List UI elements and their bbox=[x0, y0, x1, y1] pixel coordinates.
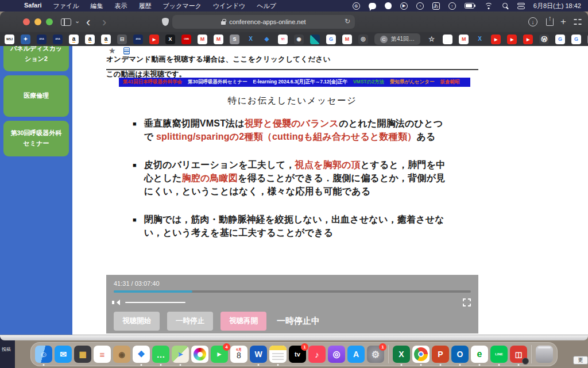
dock-calendar[interactable]: 6月8 bbox=[230, 346, 247, 363]
shield-icon[interactable]: ↑ bbox=[448, 2, 456, 10]
sidebar-item-1[interactable]: 医療倫理 bbox=[3, 75, 69, 117]
zoom-window-button[interactable] bbox=[46, 18, 53, 25]
wsj-favicon[interactable]: WSJ bbox=[5, 34, 14, 44]
gmail-favicon[interactable]: M bbox=[459, 34, 469, 44]
dock-photos[interactable] bbox=[191, 346, 208, 363]
s-app-favicon[interactable]: S bbox=[230, 34, 239, 44]
ring-app-favicon[interactable]: ◎ bbox=[358, 34, 368, 44]
amazon-favicon[interactable]: a bbox=[101, 34, 111, 44]
volume-icon[interactable] bbox=[114, 300, 120, 305]
dock-reminders[interactable]: ≡ bbox=[94, 346, 111, 363]
dock-powerpoint[interactable]: P bbox=[432, 346, 449, 363]
reload-icon[interactable]: ↻ bbox=[345, 17, 350, 25]
dock-chrome[interactable] bbox=[412, 346, 430, 363]
wordpress-favicon[interactable]: Ⓦ bbox=[539, 34, 549, 44]
gmail-favicon[interactable]: M bbox=[214, 34, 223, 44]
dock-system-settings[interactable]: ⚙1 bbox=[367, 346, 384, 363]
google-favicon[interactable]: G bbox=[571, 34, 581, 44]
x-favicon[interactable]: X bbox=[165, 34, 175, 44]
dock-trash[interactable] bbox=[536, 346, 553, 363]
gmail-favicon[interactable]: M bbox=[198, 34, 207, 44]
camera-app-favicon[interactable]: ◉ bbox=[294, 34, 304, 44]
control-center-icon[interactable] bbox=[517, 2, 525, 10]
wifi-icon[interactable] bbox=[485, 3, 493, 9]
dock-outlook[interactable]: O bbox=[451, 346, 469, 363]
white-app-favicon[interactable] bbox=[443, 34, 452, 44]
battery-icon[interactable] bbox=[465, 3, 476, 9]
ana-favicon[interactable]: ANA bbox=[37, 34, 47, 44]
menu-datetime[interactable]: 6月8日(土) 18:42 bbox=[533, 2, 581, 10]
menu-item-7[interactable]: ヘルプ bbox=[251, 2, 282, 10]
cnn-favicon[interactable]: CNN bbox=[181, 34, 191, 44]
menu-item-6[interactable]: ウインドウ bbox=[207, 2, 251, 10]
sidebar-toggle-icon[interactable] bbox=[61, 18, 71, 26]
dock-excel[interactable]: X bbox=[393, 346, 410, 363]
menu-item-4[interactable]: 履歴 bbox=[133, 2, 157, 10]
menu-item-1[interactable]: ファイル bbox=[48, 2, 85, 10]
dock-music[interactable]: ♪ bbox=[308, 346, 326, 363]
x-blue-favicon[interactable]: X bbox=[246, 34, 256, 44]
chevron-down-icon[interactable]: ⌄ bbox=[75, 17, 80, 25]
menu-item-2[interactable]: 編集 bbox=[85, 2, 109, 10]
new-tab-button[interactable]: + bbox=[560, 16, 566, 28]
evernote-icon[interactable] bbox=[385, 2, 392, 9]
menu-item-0[interactable]: Safari bbox=[18, 2, 48, 10]
dock-maps[interactable]: ➤ bbox=[172, 346, 189, 363]
copy-document-icon[interactable] bbox=[123, 47, 130, 55]
x-blue-favicon[interactable]: X bbox=[475, 34, 485, 44]
ime-kana-icon[interactable]: あ bbox=[432, 2, 440, 10]
address-bar[interactable]: conference-apps-online.net ↻ bbox=[172, 15, 355, 29]
amazon-favicon[interactable]: a bbox=[85, 34, 95, 44]
spotlight-icon[interactable] bbox=[502, 2, 509, 9]
forward-button[interactable]: › bbox=[102, 15, 106, 30]
dock-word[interactable]: W bbox=[250, 346, 267, 363]
dock-finder[interactable]: ☺ bbox=[35, 346, 52, 363]
dock-evernote[interactable]: e bbox=[471, 346, 488, 363]
google-favicon[interactable]: G bbox=[555, 34, 565, 44]
sidebar-item-0[interactable]: パネルディスカッション2 bbox=[3, 46, 69, 71]
dock-contacts[interactable]: ◉ bbox=[113, 346, 130, 363]
dock-app-store[interactable]: A bbox=[347, 346, 365, 363]
ana-favicon[interactable]: ANA bbox=[133, 34, 143, 44]
dock-messages[interactable]: … bbox=[152, 346, 169, 363]
player-button-0[interactable]: 視聴開始 bbox=[114, 312, 160, 331]
sidebar-item-2[interactable]: 第30回呼吸器外科セミナー bbox=[3, 121, 69, 156]
dock-red-media-app[interactable]: ◫ bbox=[510, 346, 527, 363]
menu-item-5[interactable]: ブックマーク bbox=[157, 2, 207, 10]
youtube-favicon[interactable]: ▶ bbox=[523, 34, 533, 44]
horizontal-scrollbar[interactable] bbox=[0, 335, 588, 340]
water-drop-favicon[interactable]: ◆ bbox=[262, 34, 272, 44]
player-button-1[interactable]: 一時停止 bbox=[167, 312, 213, 331]
active-tab[interactable]: C第41回… bbox=[374, 33, 420, 45]
progress-bar[interactable] bbox=[114, 290, 471, 293]
blue-app-favicon[interactable]: ✦ bbox=[21, 34, 30, 44]
dock-facetime[interactable]: ►4 bbox=[211, 346, 228, 363]
ana-favicon[interactable]: ANA bbox=[53, 34, 63, 44]
dock-line[interactable]: LINE bbox=[490, 346, 508, 363]
car-app-favicon[interactable]: ⊟ bbox=[117, 34, 127, 44]
line-icon[interactable] bbox=[369, 3, 376, 9]
dock-mail[interactable]: ✉ bbox=[55, 346, 72, 363]
minimize-window-button[interactable] bbox=[34, 18, 41, 25]
google-favicon[interactable]: G bbox=[326, 34, 336, 44]
dock-notes[interactable] bbox=[269, 346, 287, 363]
menu-item-3[interactable]: 表示 bbox=[109, 2, 133, 10]
dock-safari[interactable]: ❖ bbox=[133, 346, 150, 363]
play-circle-icon[interactable]: ▶ bbox=[400, 2, 408, 10]
bookmark-star-icon[interactable]: ★ bbox=[109, 46, 116, 55]
downloads-icon[interactable]: ↓ bbox=[528, 17, 537, 26]
share-icon[interactable] bbox=[546, 18, 554, 26]
fullscreen-icon[interactable] bbox=[463, 298, 471, 306]
gmail-favicon[interactable]: M bbox=[342, 34, 352, 44]
g-app-icon[interactable]: G bbox=[353, 2, 360, 10]
dock-apple-tv[interactable]: tv1 bbox=[289, 346, 306, 363]
youtube-favicon[interactable]: ▶ bbox=[149, 34, 159, 44]
dock-podcasts[interactable]: ◎ bbox=[328, 346, 345, 363]
tab-overview-icon[interactable] bbox=[574, 18, 582, 26]
youtube-favicon[interactable]: ▶ bbox=[507, 34, 517, 44]
privacy-shield-icon[interactable] bbox=[162, 18, 169, 26]
ondemand-link[interactable]: オンデマンド動画を視聴する場合は、ここをクリックしてください bbox=[106, 55, 478, 70]
close-window-button[interactable] bbox=[23, 18, 30, 25]
amazon-favicon[interactable]: a bbox=[69, 34, 79, 44]
volume-slider[interactable] bbox=[125, 302, 185, 304]
